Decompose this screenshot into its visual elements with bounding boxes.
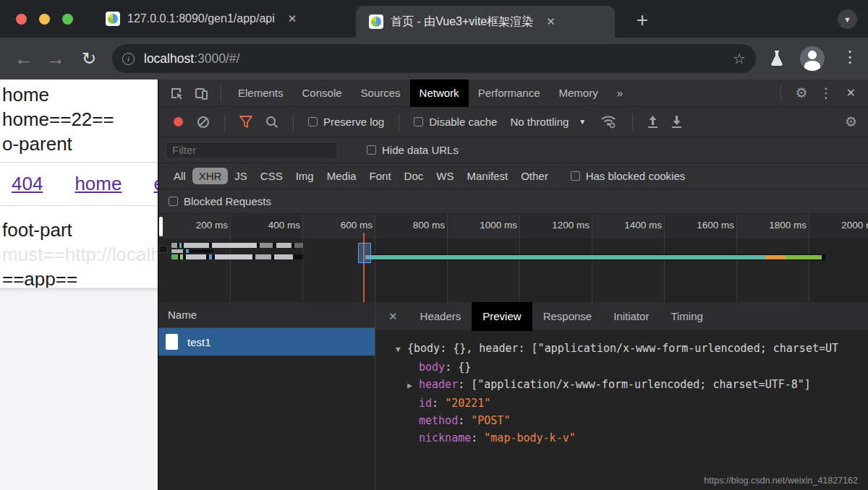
tab-close-icon[interactable]: ✕ (288, 12, 297, 25)
settings-gear-icon[interactable]: ⚙ (791, 85, 812, 101)
back-button[interactable]: ← (10, 38, 38, 79)
web-page-viewport: home home==22== o-parent 404 home editor… (0, 79, 158, 490)
tab-performance[interactable]: Performance (469, 79, 550, 107)
blocked-requests-checkbox[interactable]: Blocked Requests (169, 195, 271, 207)
csdn-watermark: https://blog.csdn.net/weixin_41827162 (704, 476, 858, 486)
request-list: Name test1 (158, 302, 375, 490)
tab-sources[interactable]: Sources (352, 79, 410, 107)
mac-zoom-button[interactable] (62, 14, 73, 25)
type-filter-doc[interactable]: Doc (398, 168, 430, 184)
link-404[interactable]: 404 (12, 173, 43, 195)
new-tab-button[interactable]: + (628, 6, 657, 35)
hide-data-urls-checkbox[interactable]: Hide data URLs (361, 144, 464, 156)
link-home[interactable]: home (75, 173, 122, 195)
forward-button[interactable]: → (42, 38, 69, 79)
tab-timing[interactable]: Timing (660, 302, 713, 331)
browser-menu-icon[interactable]: ⋮ (842, 48, 858, 66)
tick-label: 800 ms (380, 220, 445, 231)
profile-avatar[interactable] (800, 46, 825, 71)
mac-close-button[interactable] (16, 14, 27, 25)
device-toolbar-icon[interactable] (189, 86, 213, 100)
tick-label: 1200 ms (524, 220, 590, 231)
json-preview: ▼{body: {}, header: ["application/x-www-… (375, 331, 868, 447)
page-text-ghost-url: must==http://localh (0, 242, 158, 267)
extension-flask-icon[interactable] (768, 49, 786, 68)
type-filter-media[interactable]: Media (320, 168, 363, 184)
export-har-icon[interactable] (665, 115, 688, 129)
disable-cache-checkbox[interactable]: Disable cache (408, 116, 503, 128)
json-line-body: body: {} (386, 358, 868, 376)
tab-close-icon[interactable]: ✕ (546, 15, 556, 28)
type-filter-font[interactable]: Font (363, 168, 398, 184)
clear-icon[interactable] (191, 116, 216, 129)
request-group-chip (158, 246, 168, 253)
name-column-label: Name (168, 309, 197, 321)
reload-button[interactable]: ↻ (75, 38, 103, 79)
avatar-person-icon (808, 51, 817, 59)
checkbox-icon (308, 117, 318, 126)
tab-title: 127.0.0.1:8090/gen1/app/api (127, 12, 275, 25)
checkbox-icon (571, 171, 580, 181)
devtools-close-icon[interactable]: ✕ (841, 86, 861, 100)
expander-closed-icon[interactable]: ▶ (407, 377, 419, 395)
tab-headers[interactable]: Headers (409, 302, 472, 331)
type-filter-img[interactable]: Img (289, 168, 320, 184)
browser-tab-inactive[interactable]: 127.0.0.1:8090/gen1/app/api ✕ (106, 0, 354, 38)
page-text-foot: foot-part (0, 218, 158, 242)
address-bar[interactable]: i localhost:3000/#/ ☆ (112, 44, 756, 73)
type-filter-manifest[interactable]: Manifest (460, 168, 514, 184)
search-icon[interactable] (260, 116, 284, 129)
devtools-menu-icon[interactable]: ⋮ (815, 85, 838, 101)
early-requests-cluster (171, 241, 303, 267)
page-text-home22: home==22== (0, 107, 158, 132)
request-detail-pane: ✕ Headers Preview Response Initiator Tim… (375, 302, 868, 490)
inspect-element-icon[interactable] (164, 86, 189, 100)
tab-preview[interactable]: Preview (472, 302, 532, 331)
tick-label: 1400 ms (597, 220, 662, 231)
browser-tab-active[interactable]: 首页 - 由Vue3+vite框架渲染 ✕ (356, 6, 615, 38)
page-text-parent: o-parent (0, 132, 158, 156)
network-settings-gear-icon[interactable]: ⚙ (841, 113, 861, 130)
tab-initiator[interactable]: Initiator (603, 302, 660, 331)
filter-input[interactable] (166, 142, 338, 159)
filter-funnel-icon[interactable] (234, 116, 258, 128)
waterfall-canvas[interactable] (158, 238, 868, 302)
timeline-selection[interactable] (358, 243, 371, 263)
type-filter-js[interactable]: JS (228, 168, 254, 184)
type-filter-other[interactable]: Other (514, 168, 555, 184)
bookmark-star-icon[interactable]: ☆ (733, 50, 746, 67)
type-filter-all[interactable]: All (167, 168, 192, 184)
json-root-line[interactable]: ▼{body: {}, header: ["application/x-www-… (386, 340, 868, 358)
blocked-requests-row: Blocked Requests (158, 189, 868, 214)
devtools-panel: Elements Console Sources Network Perform… (158, 79, 868, 490)
tick-label: 2000 ms (814, 220, 868, 231)
import-har-icon[interactable] (642, 115, 664, 129)
detail-close-icon[interactable]: ✕ (375, 310, 409, 323)
preserve-log-checkbox[interactable]: Preserve log (302, 116, 390, 128)
tab-memory[interactable]: Memory (550, 79, 608, 107)
network-overview[interactable]: 200 ms 400 ms 600 ms 800 ms 1000 ms 1200… (158, 214, 868, 302)
type-filter-css[interactable]: CSS (254, 168, 289, 184)
mac-minimize-button[interactable] (39, 14, 50, 25)
network-conditions-icon[interactable] (593, 115, 624, 129)
timeline-scroll-handle[interactable] (159, 217, 163, 236)
more-tabs-button[interactable]: » (608, 79, 632, 107)
screenshot-root: 127.0.0.1:8090/gen1/app/api ✕ 首页 - 由Vue3… (0, 0, 868, 490)
tab-elements[interactable]: Elements (229, 79, 293, 107)
record-button[interactable] (174, 117, 183, 126)
checkbox-icon (169, 197, 178, 206)
json-line-nickname: nickname: "map-body-k-v" (386, 429, 868, 447)
tab-console[interactable]: Console (293, 79, 352, 107)
tab-network[interactable]: Network (410, 79, 469, 107)
json-line-header[interactable]: ▶header: ["application/x-www-form-urlenc… (386, 376, 868, 395)
expander-open-icon[interactable]: ▼ (396, 341, 407, 358)
request-row-test1[interactable]: test1 (158, 328, 375, 356)
has-blocked-cookies-checkbox[interactable]: Has blocked cookies (565, 170, 692, 182)
tab-response[interactable]: Response (532, 302, 603, 331)
site-info-icon[interactable]: i (122, 53, 135, 65)
type-filter-ws[interactable]: WS (430, 168, 460, 184)
request-list-header[interactable]: Name (158, 302, 375, 328)
type-filter-xhr[interactable]: XHR (192, 168, 229, 184)
throttling-dropdown[interactable]: No throttling ▼ (504, 116, 592, 128)
tab-search-button[interactable]: ▼ (838, 9, 857, 29)
